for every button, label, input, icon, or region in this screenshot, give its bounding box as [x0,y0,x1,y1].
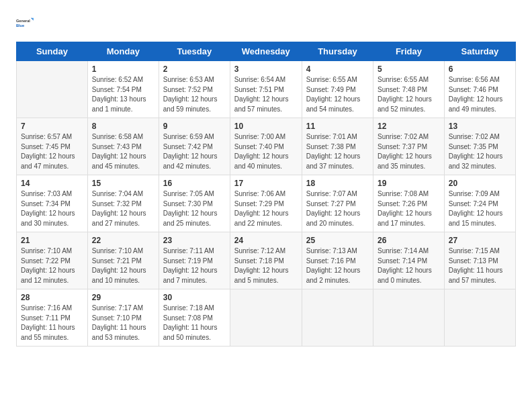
day-info: Sunrise: 6:54 AM Sunset: 7:51 PM Dayligh… [234,75,298,114]
day-info: Sunrise: 7:14 AM Sunset: 7:14 PM Dayligh… [378,246,440,285]
day-info: Sunrise: 6:52 AM Sunset: 7:54 PM Dayligh… [92,75,154,114]
day-info: Sunrise: 7:13 AM Sunset: 7:16 PM Dayligh… [306,246,369,285]
day-info: Sunrise: 7:18 AM Sunset: 7:08 PM Dayligh… [163,304,226,342]
day-number: 12 [378,122,440,131]
calendar-cell [444,289,515,347]
day-number: 1 [92,64,154,74]
day-info: Sunrise: 7:16 AM Sunset: 7:11 PM Dayligh… [21,304,83,342]
day-number: 11 [306,122,369,131]
day-number: 25 [306,236,369,245]
weekday-header-monday: Monday [87,42,159,61]
calendar-header-row: SundayMondayTuesdayWednesdayThursdayFrid… [17,42,516,61]
day-info: Sunrise: 7:11 AM Sunset: 7:19 PM Dayligh… [163,246,226,285]
calendar-cell: 16Sunrise: 7:05 AM Sunset: 7:30 PM Dayli… [159,175,230,232]
calendar-cell: 25Sunrise: 7:13 AM Sunset: 7:16 PM Dayli… [302,232,373,289]
logo-icon: GeneralBlue [16,13,35,32]
day-number: 6 [449,64,511,74]
day-info: Sunrise: 6:55 AM Sunset: 7:48 PM Dayligh… [378,75,440,114]
calendar-cell [373,289,445,347]
weekday-header-thursday: Thursday [302,42,373,61]
calendar-cell [17,61,88,118]
calendar-week-3: 14Sunrise: 7:03 AM Sunset: 7:34 PM Dayli… [17,175,516,232]
day-info: Sunrise: 6:53 AM Sunset: 7:52 PM Dayligh… [163,75,226,114]
day-number: 13 [449,122,511,131]
calendar-week-2: 7Sunrise: 6:57 AM Sunset: 7:45 PM Daylig… [17,118,516,175]
day-number: 30 [163,293,226,302]
calendar-cell: 15Sunrise: 7:04 AM Sunset: 7:32 PM Dayli… [87,175,159,232]
day-info: Sunrise: 6:55 AM Sunset: 7:49 PM Dayligh… [306,75,369,114]
day-number: 20 [449,179,511,188]
calendar-cell: 26Sunrise: 7:14 AM Sunset: 7:14 PM Dayli… [373,232,445,289]
calendar-cell [302,289,373,347]
day-number: 21 [21,236,83,245]
calendar-cell: 24Sunrise: 7:12 AM Sunset: 7:18 PM Dayli… [230,232,302,289]
calendar-cell: 1Sunrise: 6:52 AM Sunset: 7:54 PM Daylig… [87,61,159,118]
day-number: 28 [21,293,83,302]
calendar-week-1: 1Sunrise: 6:52 AM Sunset: 7:54 PM Daylig… [17,61,516,118]
day-info: Sunrise: 7:05 AM Sunset: 7:30 PM Dayligh… [163,189,226,228]
day-info: Sunrise: 7:04 AM Sunset: 7:32 PM Dayligh… [92,189,154,228]
day-number: 15 [92,179,154,188]
calendar-cell: 19Sunrise: 7:08 AM Sunset: 7:26 PM Dayli… [373,175,445,232]
calendar-cell: 29Sunrise: 7:17 AM Sunset: 7:10 PM Dayli… [87,289,159,347]
calendar-cell: 30Sunrise: 7:18 AM Sunset: 7:08 PM Dayli… [159,289,230,347]
calendar-table: SundayMondayTuesdayWednesdayThursdayFrid… [16,42,516,347]
day-info: Sunrise: 6:58 AM Sunset: 7:43 PM Dayligh… [92,132,154,171]
calendar-cell: 17Sunrise: 7:06 AM Sunset: 7:29 PM Dayli… [230,175,302,232]
calendar-cell: 7Sunrise: 6:57 AM Sunset: 7:45 PM Daylig… [17,118,88,175]
day-number: 7 [21,122,83,131]
day-info: Sunrise: 7:01 AM Sunset: 7:38 PM Dayligh… [306,132,369,171]
day-info: Sunrise: 7:09 AM Sunset: 7:24 PM Dayligh… [449,189,511,228]
day-number: 19 [378,179,440,188]
svg-text:General: General [16,19,30,23]
day-number: 4 [306,64,369,74]
day-number: 2 [163,64,226,74]
day-info: Sunrise: 7:15 AM Sunset: 7:13 PM Dayligh… [449,246,511,285]
day-number: 27 [449,236,511,245]
day-number: 8 [92,122,154,131]
weekday-header-wednesday: Wednesday [230,42,302,61]
calendar-cell: 13Sunrise: 7:02 AM Sunset: 7:35 PM Dayli… [444,118,515,175]
calendar-cell: 10Sunrise: 7:00 AM Sunset: 7:40 PM Dayli… [230,118,302,175]
day-number: 22 [92,236,154,245]
day-number: 23 [163,236,226,245]
calendar-cell: 20Sunrise: 7:09 AM Sunset: 7:24 PM Dayli… [444,175,515,232]
calendar-cell: 18Sunrise: 7:07 AM Sunset: 7:27 PM Dayli… [302,175,373,232]
calendar-cell: 23Sunrise: 7:11 AM Sunset: 7:19 PM Dayli… [159,232,230,289]
calendar-cell: 8Sunrise: 6:58 AM Sunset: 7:43 PM Daylig… [87,118,159,175]
day-number: 10 [234,122,298,131]
day-number: 18 [306,179,369,188]
day-info: Sunrise: 7:08 AM Sunset: 7:26 PM Dayligh… [378,189,440,228]
calendar-cell: 3Sunrise: 6:54 AM Sunset: 7:51 PM Daylig… [230,61,302,118]
calendar-cell: 14Sunrise: 7:03 AM Sunset: 7:34 PM Dayli… [17,175,88,232]
calendar-cell: 6Sunrise: 6:56 AM Sunset: 7:46 PM Daylig… [444,61,515,118]
calendar-cell: 12Sunrise: 7:02 AM Sunset: 7:37 PM Dayli… [373,118,445,175]
calendar-cell: 4Sunrise: 6:55 AM Sunset: 7:49 PM Daylig… [302,61,373,118]
day-number: 16 [163,179,226,188]
day-number: 29 [92,293,154,302]
calendar-cell: 9Sunrise: 6:59 AM Sunset: 7:42 PM Daylig… [159,118,230,175]
calendar-cell: 11Sunrise: 7:01 AM Sunset: 7:38 PM Dayli… [302,118,373,175]
calendar-week-4: 21Sunrise: 7:10 AM Sunset: 7:22 PM Dayli… [17,232,516,289]
day-info: Sunrise: 7:00 AM Sunset: 7:40 PM Dayligh… [234,132,298,171]
day-number: 5 [378,64,440,74]
day-info: Sunrise: 7:07 AM Sunset: 7:27 PM Dayligh… [306,189,369,228]
calendar-cell: 22Sunrise: 7:10 AM Sunset: 7:21 PM Dayli… [87,232,159,289]
calendar-cell: 2Sunrise: 6:53 AM Sunset: 7:52 PM Daylig… [159,61,230,118]
day-number: 24 [234,236,298,245]
day-number: 26 [378,236,440,245]
calendar-cell: 5Sunrise: 6:55 AM Sunset: 7:48 PM Daylig… [373,61,445,118]
day-info: Sunrise: 7:02 AM Sunset: 7:35 PM Dayligh… [449,132,511,171]
weekday-header-friday: Friday [373,42,445,61]
day-info: Sunrise: 7:02 AM Sunset: 7:37 PM Dayligh… [378,132,440,171]
day-info: Sunrise: 7:10 AM Sunset: 7:22 PM Dayligh… [21,246,83,285]
day-info: Sunrise: 6:59 AM Sunset: 7:42 PM Dayligh… [163,132,226,171]
day-info: Sunrise: 7:10 AM Sunset: 7:21 PM Dayligh… [92,246,154,285]
day-info: Sunrise: 7:06 AM Sunset: 7:29 PM Dayligh… [234,189,298,228]
calendar-week-5: 28Sunrise: 7:16 AM Sunset: 7:11 PM Dayli… [17,289,516,347]
day-number: 9 [163,122,226,131]
svg-text:Blue: Blue [16,24,24,28]
weekday-header-tuesday: Tuesday [159,42,230,61]
calendar-cell [230,289,302,347]
day-number: 14 [21,179,83,188]
